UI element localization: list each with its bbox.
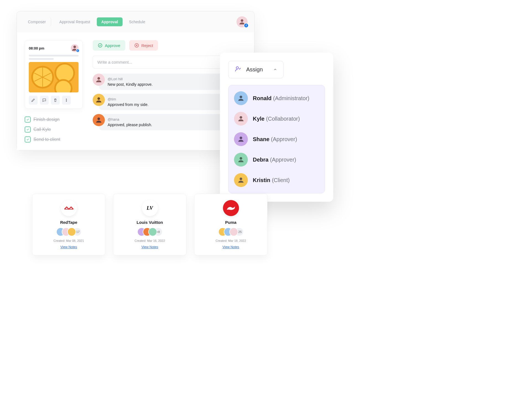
svg-point-15 xyxy=(98,43,102,47)
panel-body: 08:00 pm xyxy=(17,32,254,150)
view-notes-link[interactable]: View Notes xyxy=(222,245,239,249)
commenter-avatar xyxy=(93,94,105,106)
svg-point-25 xyxy=(240,178,242,180)
svg-point-13 xyxy=(66,100,67,100)
task-list: Finish design Call Kyle Send to client xyxy=(25,116,83,142)
topbar: Composer Approval Request Approval Sched… xyxy=(17,11,254,32)
skeleton-line xyxy=(29,58,54,60)
assign-option[interactable]: Kyle (Collaborator) xyxy=(234,112,319,126)
checkbox-checked-icon xyxy=(25,116,31,123)
svg-point-23 xyxy=(240,137,242,139)
brand-card[interactable]: RedTape +17 Created: Mar 08, 2021 View N… xyxy=(32,194,105,255)
post-actions xyxy=(29,96,79,105)
checkbox-checked-icon xyxy=(25,126,31,133)
assignee-name: Kyle xyxy=(253,116,264,122)
svg-point-20 xyxy=(236,67,238,69)
more-button[interactable] xyxy=(62,96,71,105)
brand-created-date: Created: Mar 16, 2022 xyxy=(134,239,165,242)
assignee-role: (Collaborator) xyxy=(266,116,300,122)
assign-option[interactable]: Kristin (Client) xyxy=(234,173,319,187)
person-icon xyxy=(237,94,245,102)
svg-point-24 xyxy=(240,157,242,160)
brand-logo xyxy=(223,200,239,216)
svg-point-14 xyxy=(66,101,67,102)
assignee-avatar xyxy=(234,112,248,126)
brand-members: +25 xyxy=(219,228,243,236)
checkbox-checked-icon xyxy=(25,136,31,142)
assignee-name: Kristin xyxy=(253,177,270,183)
assignee-avatar xyxy=(234,132,248,146)
facebook-badge-icon xyxy=(76,49,80,53)
redtape-logo-icon xyxy=(64,205,74,211)
tab-approval-request[interactable]: Approval Request xyxy=(55,17,95,26)
approve-label: Approve xyxy=(105,43,120,48)
reject-label: Reject xyxy=(141,43,153,48)
tab-approval[interactable]: Approval xyxy=(97,17,123,26)
comment-button[interactable] xyxy=(40,96,49,105)
trash-icon xyxy=(53,98,58,102)
assign-option[interactable]: Shane (Approver) xyxy=(234,132,319,146)
task-label: Send to client xyxy=(33,137,60,142)
puma-logo-icon xyxy=(226,205,236,211)
commenter-avatar xyxy=(93,74,105,86)
svg-point-22 xyxy=(240,116,242,119)
assignee-avatar xyxy=(234,173,248,187)
task-item[interactable]: Call Kyle xyxy=(25,126,83,133)
edit-button[interactable] xyxy=(29,96,38,105)
task-item[interactable]: Finish design xyxy=(25,116,83,123)
kebab-icon xyxy=(64,98,69,102)
brand-card[interactable]: LV Louis Vuitton +8 Created: Mar 16, 202… xyxy=(113,194,186,255)
user-check-icon xyxy=(235,66,241,74)
delete-button[interactable] xyxy=(51,96,60,105)
svg-point-5 xyxy=(55,80,72,92)
chevron-up-icon xyxy=(273,66,277,73)
assignee-name: Debra xyxy=(253,157,269,163)
brand-card[interactable]: Puma +25 Created: Mar 18, 2022 View Note… xyxy=(194,194,267,255)
assignee-name: Ronald xyxy=(253,95,272,101)
person-icon xyxy=(95,116,103,124)
assign-option[interactable]: Ronald (Administrator) xyxy=(234,91,319,105)
assignee-role: (Approver) xyxy=(271,136,297,142)
svg-point-18 xyxy=(97,97,100,100)
facebook-badge-icon xyxy=(244,23,249,28)
pencil-icon xyxy=(31,98,35,102)
reject-button[interactable]: Reject xyxy=(129,40,158,51)
brand-name: RedTape xyxy=(60,220,77,225)
brand-cards-row: RedTape +17 Created: Mar 08, 2021 View N… xyxy=(32,194,267,255)
post-author-avatar xyxy=(71,44,79,52)
person-icon xyxy=(95,96,103,104)
brand-members: +17 xyxy=(57,228,81,236)
brand-created-date: Created: Mar 08, 2021 xyxy=(53,239,84,242)
task-label: Finish design xyxy=(33,117,59,122)
approve-button[interactable]: Approve xyxy=(93,40,125,51)
member-avatar xyxy=(68,228,76,236)
tab-composer[interactable]: Composer xyxy=(24,17,51,26)
view-notes-link[interactable]: View Notes xyxy=(141,245,158,249)
person-icon xyxy=(237,135,245,143)
x-circle-icon xyxy=(134,43,139,48)
assignee-name: Shane xyxy=(253,136,269,142)
brand-name: Puma xyxy=(225,220,236,225)
assignee-avatar xyxy=(234,153,248,167)
current-user-avatar[interactable] xyxy=(236,16,248,27)
svg-point-1 xyxy=(73,46,76,48)
task-item[interactable]: Send to client xyxy=(25,136,83,142)
svg-point-0 xyxy=(241,19,243,22)
brand-name: Louis Vuitton xyxy=(137,220,163,225)
assignee-avatar xyxy=(234,91,248,105)
commenter-avatar xyxy=(93,114,105,126)
member-avatar xyxy=(230,228,238,236)
assign-label: Assign xyxy=(246,66,263,73)
lv-logo-icon: LV xyxy=(147,205,153,211)
left-column: 08:00 pm xyxy=(25,40,83,142)
view-notes-link[interactable]: View Notes xyxy=(60,245,77,249)
assign-dropdown[interactable]: Assign xyxy=(228,61,284,78)
svg-point-12 xyxy=(66,99,67,99)
decision-actions: Approve Reject xyxy=(93,40,246,51)
tab-schedule[interactable]: Schedule xyxy=(125,17,150,26)
person-icon xyxy=(95,76,103,84)
check-circle-icon xyxy=(98,43,103,48)
assign-option[interactable]: Debra (Approver) xyxy=(234,153,319,167)
skeleton-line xyxy=(29,55,79,56)
person-icon xyxy=(237,176,245,184)
